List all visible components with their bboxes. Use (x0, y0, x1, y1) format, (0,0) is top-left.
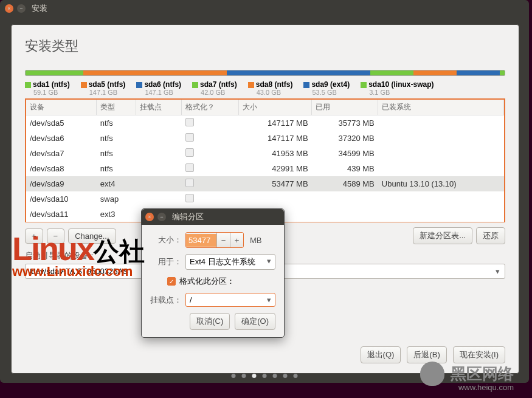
table-body: /dev/sda5ntfs147117 MB35773 MB/dev/sda6n… (26, 115, 504, 222)
column-header[interactable]: 大小 (238, 100, 311, 115)
dialog-title: 编辑分区 (172, 211, 204, 222)
back-button[interactable]: 后退(B) (407, 346, 446, 363)
add-partition-button[interactable]: + (25, 228, 43, 244)
column-header[interactable]: 格式化？ (182, 100, 238, 115)
table-row[interactable]: /dev/sda7ntfs41953 MB34599 MB (26, 146, 504, 161)
install-now-button[interactable]: 现在安装(I) (453, 346, 505, 363)
column-header[interactable]: 已用 (312, 100, 378, 115)
use-as-select[interactable]: Ext4 日志文件系统 (185, 254, 275, 270)
edit-partition-dialog: × − 编辑分区 大小： − + MB 用于： Ext4 日志文件系统 ✓ 格式… (141, 208, 285, 338)
format-checkbox[interactable] (185, 194, 194, 202)
size-spinner: − + (185, 232, 244, 248)
format-checkbox[interactable] (185, 133, 194, 142)
size-decrement-button[interactable]: − (216, 233, 230, 247)
format-checkbox[interactable]: ✓ (167, 277, 176, 286)
disk-usage-bar (25, 70, 505, 76)
window-title: 安装 (32, 3, 47, 14)
titlebar: × − 安装 (0, 0, 529, 17)
mount-point-select[interactable]: / (185, 293, 275, 307)
dialog-body: 大小： − + MB 用于： Ext4 日志文件系统 ✓ 格式化此分区： 挂载点… (142, 225, 284, 337)
format-checkbox[interactable] (185, 118, 194, 126)
background-url: www.heiqu.com (458, 383, 514, 392)
table-row[interactable]: /dev/sda8ntfs42991 MB439 MB (26, 161, 504, 176)
mount-point-label: 挂载点： (150, 295, 182, 306)
mushroom-icon (420, 362, 444, 386)
column-header[interactable]: 类型 (97, 100, 136, 115)
size-increment-button[interactable]: + (230, 233, 243, 247)
size-unit: MB (250, 236, 262, 245)
dialog-minimize-icon[interactable]: − (157, 213, 166, 221)
table-row[interactable]: /dev/sda10swap (26, 191, 504, 207)
legend-item: sda5 (ntfs)147.1 GB (81, 80, 126, 96)
dialog-close-icon[interactable]: × (145, 213, 154, 221)
quit-button[interactable]: 退出(Q) (361, 346, 401, 363)
change-partition-button[interactable]: Change... (68, 228, 116, 244)
legend-item: sda9 (ext4)53.5 GB (303, 80, 350, 96)
new-partition-table-button[interactable]: 新建分区表... (413, 227, 472, 244)
window-close-icon[interactable]: × (5, 4, 13, 13)
remove-partition-button[interactable]: − (47, 228, 65, 244)
legend-item: sda10 (linux-swap)3.1 GB (361, 80, 434, 96)
step-indicator (232, 374, 298, 378)
legend-item: sda7 (ntfs)42.0 GB (192, 80, 237, 96)
format-checkbox[interactable] (185, 179, 194, 187)
column-header[interactable]: 挂载点 (136, 100, 182, 115)
legend-item: sda1 (ntfs)59.1 GB (25, 80, 70, 96)
column-header[interactable]: 已装系统 (378, 100, 504, 115)
dialog-ok-button[interactable]: 确定(O) (235, 313, 275, 330)
legend-item: sda6 (ntfs)147.1 GB (136, 80, 181, 96)
column-header[interactable]: 设备 (26, 100, 97, 115)
partition-legend: sda1 (ntfs)59.1 GBsda5 (ntfs)147.1 GBsda… (25, 80, 505, 96)
background-watermark: 黑区网络 (420, 362, 514, 386)
legend-item: sda8 (ntfs)43.0 GB (248, 80, 293, 96)
nav-buttons: 退出(Q) 后退(B) 现在安装(I) (361, 346, 505, 363)
window-minimize-icon[interactable]: − (17, 4, 26, 13)
size-label: 大小： (150, 235, 182, 245)
format-checkbox[interactable] (185, 148, 194, 157)
dialog-cancel-button[interactable]: 取消(C) (190, 313, 230, 330)
format-checkbox[interactable] (185, 163, 194, 172)
table-row[interactable]: /dev/sda5ntfs147117 MB35773 MB (26, 115, 504, 131)
format-label: 格式化此分区： (179, 276, 235, 287)
table-header: 设备类型挂载点格式化？大小已用已装系统 (26, 100, 504, 115)
dialog-titlebar: × − 编辑分区 (142, 209, 284, 225)
table-row[interactable]: /dev/sda9ext453477 MB4589 MBUbuntu 13.10… (26, 176, 504, 191)
table-row[interactable]: /dev/sda6ntfs147117 MB37320 MB (26, 131, 504, 146)
page-title: 安装类型 (25, 37, 505, 55)
partition-table: 设备类型挂载点格式化？大小已用已装系统 /dev/sda5ntfs147117 … (25, 98, 505, 222)
revert-button[interactable]: 还原 (476, 227, 505, 244)
size-input[interactable] (186, 234, 216, 247)
use-as-label: 用于： (150, 256, 182, 267)
